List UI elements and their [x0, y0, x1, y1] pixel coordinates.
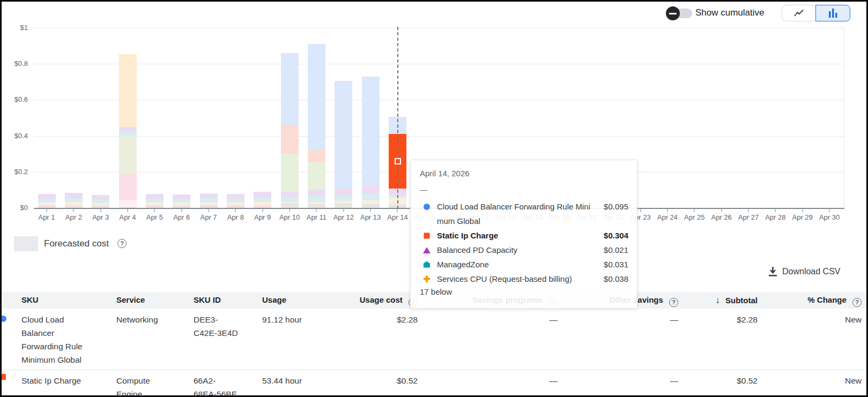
bar-segment[interactable]	[308, 44, 325, 150]
bar-segment[interactable]	[335, 192, 352, 196]
sort-desc-icon[interactable]: ↓	[716, 295, 721, 305]
bar-segment[interactable]	[200, 205, 218, 206]
x-axis-label: Apr 3	[92, 213, 109, 221]
gridline	[34, 64, 844, 64]
tooltip-row: Cloud Load Balancer Forwarding Rule Mini…	[420, 199, 628, 228]
bar-segment[interactable]	[146, 203, 164, 205]
show-cumulative-toggle[interactable]	[672, 9, 692, 18]
bar-segment[interactable]	[281, 154, 299, 192]
cell-change: New	[845, 313, 862, 326]
bar-segment[interactable]	[335, 196, 352, 201]
column-header-usage[interactable]: Usage	[262, 295, 286, 304]
cell-service: Networking	[116, 313, 158, 326]
bar-segment[interactable]	[146, 194, 164, 199]
bar-segment[interactable]	[119, 174, 137, 200]
bar-segment[interactable]	[254, 192, 271, 198]
bar-segment[interactable]	[335, 190, 352, 192]
bar-segment[interactable]	[362, 77, 380, 186]
bar-segment[interactable]	[362, 194, 380, 200]
bar-segment[interactable]	[308, 202, 325, 204]
column-header-service[interactable]: Service	[116, 295, 145, 304]
y-axis-label: $1	[1, 24, 28, 32]
bar-segment[interactable]	[281, 202, 299, 204]
bar-segment[interactable]	[281, 53, 299, 125]
column-help-icon[interactable]: ?	[852, 298, 862, 307]
cell-sku: Cloud Load Balancer Forwarding Rule Mini…	[21, 313, 83, 366]
bar-segment[interactable]	[335, 81, 352, 190]
bar-segment[interactable]	[308, 206, 325, 207]
column-header-sku_id[interactable]: SKU ID	[194, 295, 221, 304]
cell-other: —	[670, 313, 679, 326]
bar-segment[interactable]	[119, 137, 137, 174]
bar-segment[interactable]	[119, 200, 137, 207]
bar-segment[interactable]	[281, 205, 299, 207]
bar-segment[interactable]	[65, 198, 83, 202]
bar-segment[interactable]	[281, 192, 299, 197]
bar-segment[interactable]	[227, 199, 244, 203]
bar-segment[interactable]	[92, 203, 109, 206]
bar-segment[interactable]	[281, 125, 299, 154]
bar-segment[interactable]	[146, 205, 164, 206]
bar-segment[interactable]	[38, 205, 56, 206]
bar-segment[interactable]	[200, 203, 218, 205]
bar-segment[interactable]	[227, 205, 244, 206]
column-header-subtotal[interactable]: ↓Subtotal	[716, 295, 758, 306]
bar-segment[interactable]	[308, 190, 325, 196]
bar-segment[interactable]	[362, 204, 380, 205]
column-header-usage_cost[interactable]: Usage cost ?	[360, 295, 418, 307]
bar-segment[interactable]	[335, 201, 352, 204]
bar-segment[interactable]	[119, 132, 137, 137]
bar-segment[interactable]	[254, 202, 271, 205]
bar-segment[interactable]	[65, 205, 83, 206]
bar-segment[interactable]	[362, 200, 380, 204]
bar-segment[interactable]	[227, 203, 244, 205]
bar-segment[interactable]	[92, 206, 109, 207]
column-help-icon[interactable]: ?	[669, 298, 678, 307]
bar-segment[interactable]	[362, 186, 380, 190]
bar-segment[interactable]	[173, 199, 190, 203]
toggle-thumb[interactable]	[666, 6, 680, 20]
x-axis-label: Apr 12	[333, 213, 354, 221]
bar-segment[interactable]	[308, 162, 325, 190]
forecasted-cost-swatch	[14, 236, 38, 251]
bar-segment[interactable]	[173, 206, 190, 207]
column-header-change[interactable]: % Change ?	[807, 295, 862, 307]
bar-segment[interactable]	[38, 194, 56, 199]
bar-chart-button[interactable]	[815, 5, 850, 21]
bar-segment[interactable]	[92, 195, 109, 199]
bar-segment[interactable]	[38, 203, 56, 205]
bar-segment[interactable]	[335, 206, 352, 207]
bar-segment[interactable]	[65, 193, 83, 198]
bar-segment[interactable]	[227, 194, 244, 199]
download-csv-button[interactable]: Download CSV	[768, 267, 841, 276]
bar-segment[interactable]	[119, 127, 137, 132]
bar-segment[interactable]	[335, 204, 352, 206]
column-header-sku[interactable]: SKU	[21, 295, 39, 304]
bar-segment[interactable]	[362, 190, 380, 194]
tooltip-series-value: $0.031	[604, 257, 628, 272]
bar-segment[interactable]	[308, 150, 325, 162]
bar-segment[interactable]	[146, 199, 164, 203]
x-axis-label: Apr 24	[657, 213, 678, 221]
bar-segment[interactable]	[38, 199, 56, 203]
bar-segment[interactable]	[281, 204, 299, 205]
download-csv-label: Download CSV	[782, 267, 841, 276]
bar-segment[interactable]	[362, 205, 380, 207]
bar-segment[interactable]	[65, 202, 83, 205]
bar-segment[interactable]	[173, 194, 190, 199]
bar-segment[interactable]	[119, 54, 137, 127]
forecasted-cost-help-icon[interactable]: ?	[117, 239, 127, 248]
gridline	[34, 100, 844, 100]
bar-segment[interactable]	[254, 205, 271, 206]
bar-segment[interactable]	[308, 204, 325, 206]
bar-segment[interactable]	[92, 199, 109, 203]
x-axis-label: Apr 13	[360, 213, 381, 221]
bar-segment[interactable]	[200, 198, 218, 203]
bar-segment[interactable]	[254, 198, 271, 202]
bar-segment[interactable]	[173, 203, 190, 206]
tooltip-series-value: $0.021	[604, 243, 628, 257]
bar-segment[interactable]	[308, 196, 325, 202]
bar-segment[interactable]	[200, 193, 218, 198]
bar-segment[interactable]	[281, 197, 299, 202]
line-chart-button[interactable]	[782, 5, 815, 21]
